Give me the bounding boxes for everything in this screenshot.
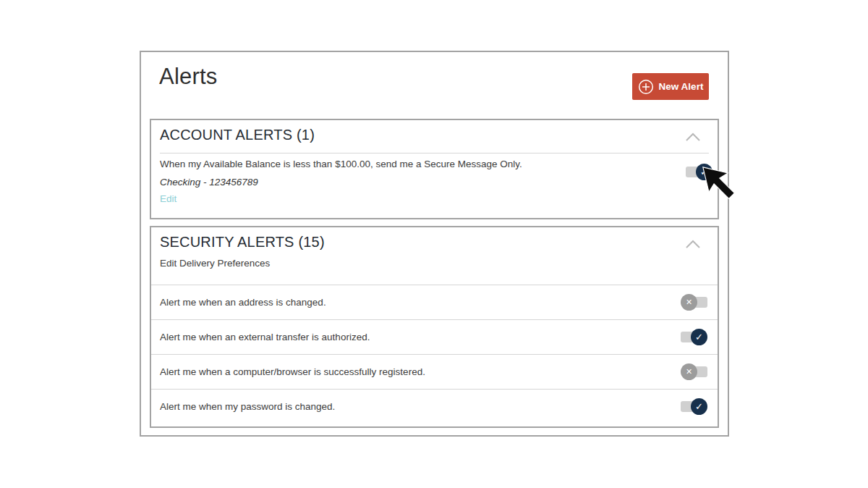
- alert-description: When my Available Balance is less than $…: [160, 159, 522, 169]
- alert-account-label: Checking - 123456789: [160, 177, 258, 188]
- security-alert-row: Alert me when an external transfer is au…: [151, 319, 718, 354]
- security-alert-row: Alert me when an address is changed. ✓ ✕: [151, 285, 718, 319]
- toggle-knob: ✓ ✕: [681, 294, 697, 311]
- alerts-card: Alerts New Alert ACCOUNT ALERTS (1) When…: [140, 51, 729, 437]
- account-alerts-section: ACCOUNT ALERTS (1) When my Available Bal…: [150, 119, 719, 219]
- security-alert-label: Alert me when a computer/browser is succ…: [160, 366, 425, 377]
- account-alert-toggle[interactable]: ✓ ✕: [686, 164, 712, 180]
- page-title: Alerts: [159, 64, 217, 90]
- toggle-knob: ✓ ✕: [691, 329, 707, 345]
- password-changed-toggle[interactable]: ✓ ✕: [681, 398, 707, 415]
- plus-circle-icon: [638, 79, 654, 95]
- new-alert-button[interactable]: New Alert: [632, 73, 709, 100]
- account-alerts-header[interactable]: ACCOUNT ALERTS (1): [151, 120, 718, 152]
- check-icon: ✓: [700, 167, 708, 177]
- external-transfer-toggle[interactable]: ✓ ✕: [681, 329, 707, 345]
- x-icon: ✕: [686, 368, 692, 376]
- security-alert-row: Alert me when my password is changed. ✓ …: [151, 389, 718, 424]
- chevron-up-icon[interactable]: [685, 132, 701, 141]
- check-icon: ✓: [695, 402, 703, 411]
- toggle-knob: ✓ ✕: [691, 398, 707, 415]
- x-icon: ✕: [686, 298, 692, 306]
- toggle-knob: ✓ ✕: [681, 363, 697, 380]
- security-alerts-header[interactable]: SECURITY ALERTS (15): [151, 227, 718, 259]
- chevron-up-icon[interactable]: [685, 239, 701, 248]
- security-alert-label: Alert me when an external transfer is au…: [160, 332, 370, 342]
- check-icon: ✓: [695, 332, 703, 342]
- edit-alert-link[interactable]: Edit: [160, 193, 176, 204]
- security-alert-row: Alert me when a computer/browser is succ…: [151, 354, 718, 389]
- security-alert-label: Alert me when my password is changed.: [160, 401, 335, 412]
- security-alerts-section: SECURITY ALERTS (15) Edit Delivery Prefe…: [150, 226, 719, 428]
- edit-delivery-preferences-link[interactable]: Edit Delivery Preferences: [160, 258, 270, 269]
- divider: [160, 153, 709, 153]
- new-alert-label: New Alert: [659, 81, 704, 92]
- account-alerts-title: ACCOUNT ALERTS (1): [160, 127, 315, 143]
- toggle-knob: ✓ ✕: [696, 164, 712, 180]
- computer-registered-toggle[interactable]: ✓ ✕: [681, 363, 707, 380]
- security-alert-label: Alert me when an address is changed.: [160, 297, 326, 308]
- security-alerts-title: SECURITY ALERTS (15): [160, 234, 325, 251]
- address-changed-toggle[interactable]: ✓ ✕: [681, 294, 707, 311]
